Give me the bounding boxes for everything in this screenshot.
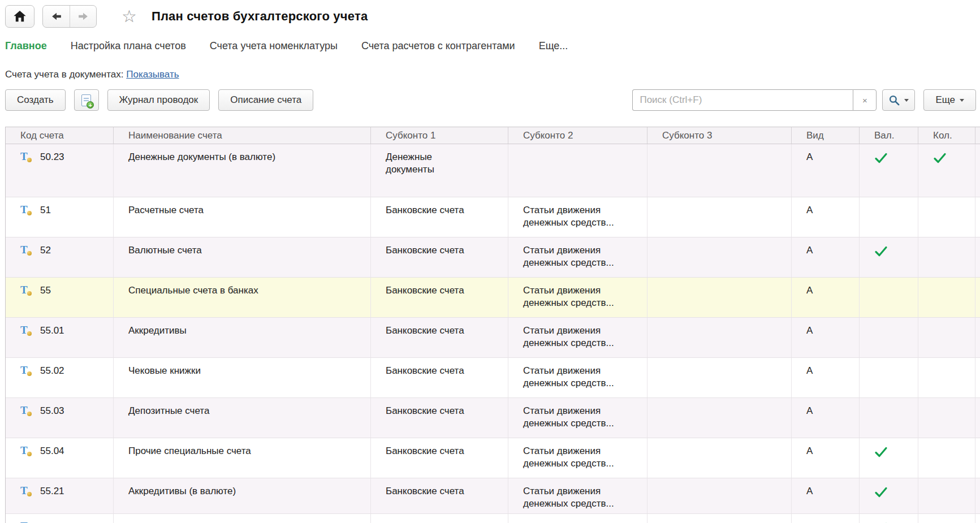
cell-vid: А bbox=[792, 237, 860, 277]
cell-subkonto2: Статьи движения денежных средств... bbox=[508, 478, 647, 513]
cell-subkonto1: Банковские счета bbox=[371, 398, 508, 438]
cell-vid: А bbox=[792, 144, 860, 197]
cell-subkonto1: Банковские счета bbox=[371, 237, 508, 277]
table-row[interactable]: Т55.21Аккредитивы (в валюте)Банковские с… bbox=[6, 478, 980, 514]
create-button[interactable]: Создать bbox=[5, 89, 66, 111]
cell-account-code: Т55.04 bbox=[6, 438, 114, 478]
account-icon: Т bbox=[20, 244, 32, 256]
show-link[interactable]: Показывать bbox=[126, 69, 179, 80]
cell-vid: А bbox=[792, 514, 860, 523]
table-row[interactable]: Т50.23Денежные документы (в валюте)Денеж… bbox=[6, 144, 980, 197]
cell-val bbox=[860, 278, 918, 317]
accounts-table: Код счета Наименование счета Субконто 1 … bbox=[5, 127, 980, 523]
cell-vid: А bbox=[792, 478, 860, 513]
search-clear-button[interactable]: × bbox=[853, 89, 877, 111]
cell-subkonto1: Банковские счета bbox=[371, 514, 508, 523]
menu-item-nastroyka-plana[interactable]: Настройка плана счетов bbox=[71, 40, 186, 52]
table-body: Т50.23Денежные документы (в валюте)Денеж… bbox=[6, 144, 980, 523]
column-header-vid[interactable]: Вид bbox=[792, 127, 860, 144]
account-icon: Т bbox=[20, 150, 32, 163]
cell-subkonto1: Банковские счета bbox=[371, 197, 508, 237]
cell-account-code: Т55.23 bbox=[6, 514, 114, 523]
column-header-extra bbox=[975, 127, 980, 144]
cell-account-code: Т55.03 bbox=[6, 398, 114, 438]
column-header-val[interactable]: Вал. bbox=[860, 127, 918, 144]
forward-button[interactable] bbox=[70, 6, 96, 27]
menu-item-more[interactable]: Еще... bbox=[539, 40, 568, 52]
table-row[interactable]: Т55.04Прочие специальные счетаБанковские… bbox=[6, 438, 980, 478]
cell-account-name: Депозитные счета bbox=[114, 398, 371, 438]
table-row[interactable]: Т51Расчетные счетаБанковские счетаСтатьи… bbox=[6, 197, 980, 237]
cell-subkonto2: Статьи движения денежных средств... bbox=[508, 438, 647, 478]
cell-kol bbox=[918, 144, 975, 197]
cell-subkonto2: Статьи движения денежных средств... bbox=[508, 318, 647, 357]
cell-kol bbox=[918, 438, 975, 478]
table-header-row: Код счета Наименование счета Субконто 1 … bbox=[6, 127, 980, 144]
favorite-star-icon[interactable]: ☆ bbox=[122, 8, 137, 25]
cell-subkonto1: Денежные документы bbox=[371, 144, 508, 197]
column-header-subkonto3[interactable]: Субконто 3 bbox=[647, 127, 792, 144]
check-icon bbox=[933, 153, 947, 163]
table-row[interactable]: Т55.03Депозитные счетаБанковские счетаСт… bbox=[6, 398, 980, 438]
menu-item-glavnoe[interactable]: Главное bbox=[5, 40, 47, 52]
cell-subkonto2: Статьи движения денежных средств... bbox=[508, 237, 647, 277]
search-input[interactable] bbox=[632, 89, 853, 111]
cell-subkonto2: Статьи движения денежных средств... bbox=[508, 514, 647, 523]
table-row[interactable]: Т55.23Депозитные счета (в валюте)Банковс… bbox=[6, 514, 980, 523]
cell-extra bbox=[975, 144, 980, 197]
chevron-down-icon bbox=[904, 99, 909, 102]
account-icon: Т bbox=[20, 520, 32, 523]
menu-item-scheta-kontragentov[interactable]: Счета расчетов с контрагентами bbox=[361, 40, 515, 52]
check-icon bbox=[874, 153, 888, 163]
account-code: 52 bbox=[40, 244, 51, 257]
cell-subkonto3 bbox=[647, 278, 792, 317]
home-button[interactable] bbox=[5, 5, 34, 28]
cell-subkonto3 bbox=[647, 478, 792, 513]
table-row[interactable]: Т55.01АккредитивыБанковские счетаСтатьи … bbox=[6, 318, 980, 358]
account-icon: Т bbox=[20, 444, 32, 457]
cell-kol bbox=[918, 237, 975, 277]
column-header-kol[interactable]: Кол. bbox=[918, 127, 975, 144]
documents-accounts-label: Счета учета в документах: bbox=[5, 69, 124, 80]
cell-val bbox=[860, 398, 918, 438]
cell-vid: А bbox=[792, 197, 860, 237]
cell-subkonto3 bbox=[647, 197, 792, 237]
account-icon: Т bbox=[20, 324, 32, 336]
cell-subkonto1: Банковские счета bbox=[371, 318, 508, 357]
create-group-button[interactable]: + bbox=[74, 89, 99, 111]
cell-val bbox=[860, 197, 918, 237]
cell-subkonto2: Статьи движения денежных средств... bbox=[508, 197, 647, 237]
check-icon bbox=[874, 487, 888, 498]
account-description-button[interactable]: Описание счета bbox=[218, 89, 313, 111]
column-header-name[interactable]: Наименование счета bbox=[114, 127, 371, 144]
page-title: План счетов бухгалтерского учета bbox=[152, 9, 368, 24]
column-header-subkonto2[interactable]: Субконто 2 bbox=[508, 127, 647, 144]
column-header-subkonto1[interactable]: Субконто 1 bbox=[371, 127, 508, 144]
cell-kol bbox=[918, 197, 975, 237]
table-row[interactable]: Т55Специальные счета в банкахБанковские … bbox=[6, 278, 980, 318]
journal-button[interactable]: Журнал проводок bbox=[107, 89, 210, 111]
cell-vid: А bbox=[792, 358, 860, 397]
cell-vid: А bbox=[792, 438, 860, 478]
menu-item-scheta-nomenklatury[interactable]: Счета учета номенклатуры bbox=[210, 40, 338, 52]
cell-account-code: Т51 bbox=[6, 197, 114, 237]
table-more-button[interactable]: Еще bbox=[923, 89, 976, 111]
table-row[interactable]: Т52Валютные счетаБанковские счетаСтатьи … bbox=[6, 237, 980, 278]
cell-account-name: Чековые книжки bbox=[114, 358, 371, 397]
back-arrow-icon bbox=[51, 11, 62, 21]
cell-extra bbox=[975, 237, 980, 277]
cell-val bbox=[860, 144, 918, 197]
cell-kol bbox=[918, 278, 975, 317]
back-button[interactable] bbox=[43, 6, 70, 27]
cell-account-code: Т55.02 bbox=[6, 358, 114, 397]
chart-of-accounts-window: ☆ План счетов бухгалтерского учета Главн… bbox=[0, 0, 980, 523]
command-toolbar: Создать + Журнал проводок Описание счета… bbox=[5, 89, 976, 111]
column-header-code[interactable]: Код счета bbox=[6, 127, 114, 144]
cell-account-code: Т50.23 bbox=[6, 144, 114, 197]
forward-arrow-icon bbox=[77, 11, 89, 21]
account-icon: Т bbox=[20, 485, 32, 497]
search-options-button[interactable] bbox=[882, 89, 915, 111]
account-code: 55.21 bbox=[40, 485, 64, 498]
cell-account-code: Т55.21 bbox=[6, 478, 114, 513]
table-row[interactable]: Т55.02Чековые книжкиБанковские счетаСтат… bbox=[6, 358, 980, 398]
